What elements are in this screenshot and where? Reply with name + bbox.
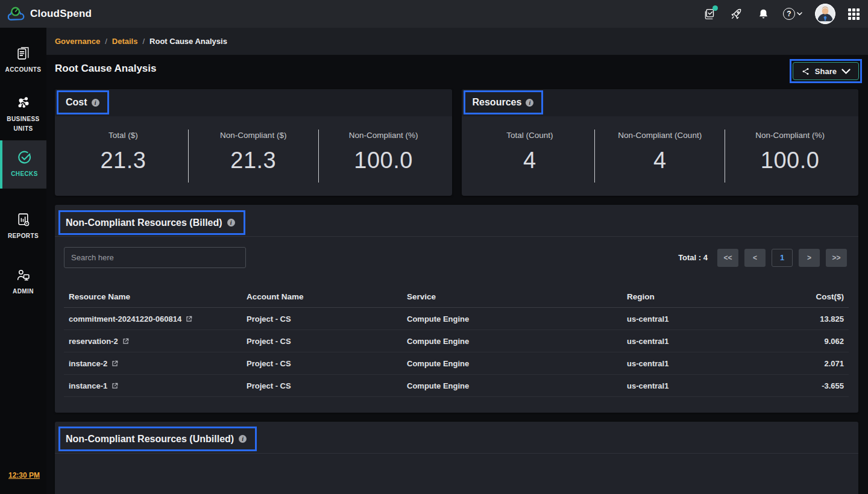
billed-panel-title: Non-Compliant Resources (Billed)	[66, 217, 222, 228]
sidebar-item-label: CHECKS	[8, 169, 40, 179]
table-row: instance-2Project - CSCompute Engineus-c…	[64, 352, 849, 375]
sidebar-item-admin[interactable]: ADMIN	[0, 261, 46, 296]
cost-card: Cost i Total ($) 21.3 Non-Compliant ($) …	[55, 89, 452, 196]
info-icon[interactable]: i	[227, 219, 235, 227]
topbar-icons: ?	[702, 4, 860, 24]
column-resource-name: Resource Name	[64, 292, 242, 301]
external-link-icon[interactable]	[111, 360, 119, 367]
chevron-down-icon	[841, 67, 851, 76]
stat-value: 4	[523, 148, 536, 174]
sidebar-item-checks[interactable]: CHECKS	[0, 140, 46, 189]
stat-label: Total ($)	[108, 131, 138, 140]
cell-cost: -3.655	[773, 381, 849, 390]
brand[interactable]: CloudSpend	[7, 6, 92, 22]
stat-value: 100.0	[354, 148, 413, 174]
cell-region: us-central1	[622, 359, 773, 368]
billed-table-body: commitment-20241220-060814Project - CSCo…	[64, 308, 849, 397]
resource-link[interactable]: instance-2	[69, 359, 107, 368]
billed-panel-header: Non-Compliant Resources (Billed) i	[55, 205, 858, 237]
check-circle-icon	[17, 150, 32, 165]
info-icon[interactable]: i	[92, 99, 99, 107]
breadcrumb-governance[interactable]: Governance	[55, 37, 100, 46]
external-link-icon[interactable]	[111, 382, 119, 390]
cost-card-title: Cost	[66, 97, 87, 108]
column-account-name: Account Name	[242, 292, 402, 301]
brand-name: CloudSpend	[30, 8, 92, 20]
topbar: CloudSpend ?	[0, 0, 868, 28]
column-cost: Cost($)	[773, 292, 849, 301]
share-annotation-box: Share	[790, 59, 862, 83]
table-row: instance-1Project - CSCompute Engineus-c…	[64, 375, 849, 397]
share-button-label: Share	[815, 67, 837, 76]
billed-panel: Non-Compliant Resources (Billed) i Total…	[55, 205, 858, 413]
pagination-first-button[interactable]: <<	[717, 249, 738, 267]
notification-dot	[712, 5, 718, 11]
breadcrumb-separator: /	[142, 37, 145, 46]
report-icon	[16, 212, 31, 227]
search-input[interactable]	[64, 247, 246, 268]
stat-total-count: Total (Count) 4	[465, 116, 595, 196]
sidebar-item-business-units[interactable]: BUSINESS UNITS	[0, 89, 46, 134]
cell-region: us-central1	[622, 314, 773, 324]
timestamp-link[interactable]: 12:30 PM	[8, 471, 40, 480]
stat-noncompliant-count-pct: Non-Compliant (%) 100.0	[725, 116, 855, 196]
network-icon	[16, 95, 31, 110]
sidebar-item-label: BUSINESS UNITS	[0, 114, 46, 134]
sidebar-item-label: ACCOUNTS	[3, 65, 44, 75]
cell-account-name: Project - CS	[242, 314, 402, 324]
billed-table-header: Resource Name Account Name Service Regio…	[64, 286, 849, 308]
pagination-next-button[interactable]: >	[799, 249, 820, 267]
tasks-icon[interactable]	[702, 7, 716, 21]
cost-card-body: Total ($) 21.3 Non-Compliant ($) 21.3 No…	[55, 116, 452, 196]
breadcrumb: Governance / Details / Root Cause Analys…	[46, 28, 868, 55]
stat-label: Non-Compliant ($)	[220, 131, 286, 140]
column-service: Service	[402, 292, 622, 301]
cost-card-header: Cost i	[55, 89, 452, 116]
rocket-icon[interactable]	[729, 7, 743, 21]
pagination-current-page[interactable]: 1	[772, 249, 793, 267]
stat-total-cost: Total ($) 21.3	[58, 116, 188, 196]
sidebar-item-reports[interactable]: REPORTS	[0, 206, 46, 241]
cell-account-name: Project - CS	[242, 381, 402, 390]
unbilled-panel-header: Non-Compliant Resources (Unbilled) i	[55, 422, 858, 454]
pagination-prev-button[interactable]: <	[744, 249, 766, 267]
table-row: commitment-20241220-060814Project - CSCo…	[64, 308, 849, 330]
breadcrumb-details[interactable]: Details	[112, 37, 138, 46]
cell-cost: 9.062	[773, 337, 849, 346]
documents-icon	[16, 46, 31, 61]
external-link-icon[interactable]	[122, 337, 130, 345]
apps-grid-icon[interactable]	[848, 8, 860, 20]
resources-title-annotation-box: Resources i	[464, 90, 544, 114]
billed-controls: Total : 4 << < 1 > >>	[55, 237, 858, 268]
cell-service: Compute Engine	[402, 337, 622, 346]
resource-link[interactable]: commitment-20241220-060814	[69, 314, 181, 324]
stat-noncompliant-count: Non-Compliant (Count) 4	[595, 116, 725, 196]
bell-icon[interactable]	[756, 7, 770, 21]
cell-cost: 13.825	[773, 314, 849, 324]
info-icon[interactable]: i	[526, 99, 533, 107]
resource-link[interactable]: instance-1	[69, 381, 107, 390]
table-row: reservation-2Project - CSCompute Engineu…	[64, 330, 849, 352]
pagination-last-button[interactable]: >>	[826, 249, 847, 267]
help-icon[interactable]: ?	[783, 8, 802, 20]
share-button[interactable]: Share	[793, 62, 859, 80]
unbilled-title-annotation-box: Non-Compliant Resources (Unbilled) i	[58, 427, 257, 451]
resources-card-body: Total (Count) 4 Non-Compliant (Count) 4 …	[462, 116, 859, 196]
external-link-icon[interactable]	[185, 315, 193, 323]
chevron-down-icon	[797, 12, 802, 16]
breadcrumb-current: Root Cause Analysis	[149, 37, 227, 46]
resource-link[interactable]: reservation-2	[69, 337, 118, 346]
unbilled-panel: Non-Compliant Resources (Unbilled) i	[55, 422, 858, 494]
cell-resource-name: instance-1	[64, 381, 242, 390]
cell-region: us-central1	[622, 381, 773, 390]
stat-value: 21.3	[100, 148, 146, 174]
cell-service: Compute Engine	[402, 359, 622, 368]
cell-account-name: Project - CS	[242, 337, 402, 346]
info-icon[interactable]: i	[239, 435, 247, 443]
sidebar-item-accounts[interactable]: ACCOUNTS	[0, 40, 46, 75]
breadcrumb-separator: /	[105, 37, 107, 46]
avatar[interactable]	[815, 4, 835, 24]
cell-cost: 2.071	[773, 359, 849, 368]
sidebar-item-label: REPORTS	[5, 231, 41, 241]
pagination-total: Total : 4	[678, 253, 708, 262]
